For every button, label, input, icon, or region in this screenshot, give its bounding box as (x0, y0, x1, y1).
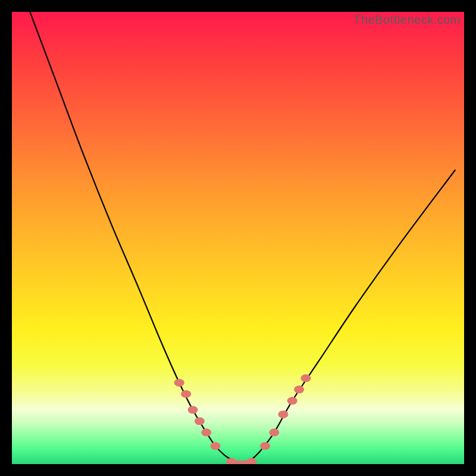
chart-frame: TheBottleneck.com (0, 0, 476, 476)
curve-marker (188, 406, 198, 414)
watermark-text: TheBottleneck.com (353, 13, 461, 27)
curve-markers (174, 374, 311, 464)
curve-marker (211, 442, 221, 450)
bottleneck-curve (30, 12, 455, 464)
curve-marker (269, 428, 279, 436)
chart-svg (12, 12, 464, 464)
curve-marker (301, 374, 311, 382)
curve-marker (201, 428, 211, 436)
curve-marker (174, 379, 184, 387)
curve-marker (195, 417, 205, 425)
curve-marker (246, 458, 256, 464)
curve-marker (278, 411, 289, 418)
curve-marker (260, 442, 270, 450)
curve-marker (287, 397, 298, 405)
curve-marker (294, 386, 304, 393)
curve-marker (181, 390, 191, 398)
chart-plot-area: TheBottleneck.com (12, 12, 464, 464)
